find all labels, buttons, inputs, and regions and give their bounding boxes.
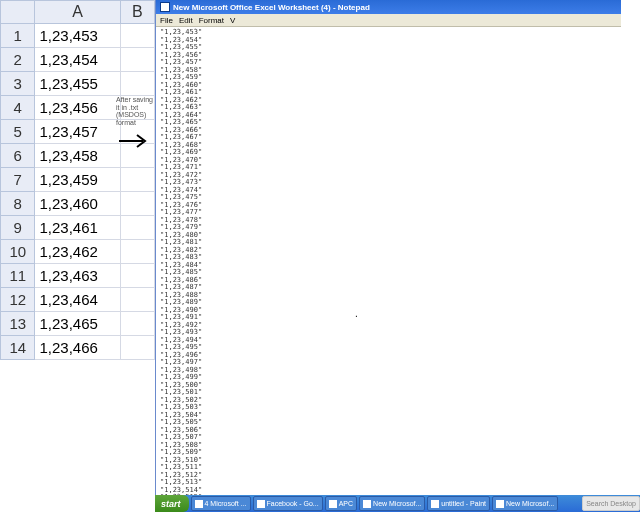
app-icon: [431, 500, 439, 508]
app-icon: [195, 500, 203, 508]
row-header[interactable]: 11: [1, 264, 35, 288]
app-icon: [329, 500, 337, 508]
excel-table[interactable]: A B 11,23,45321,23,45431,23,45541,23,456…: [0, 0, 155, 360]
cell[interactable]: [120, 336, 154, 360]
cell[interactable]: 1,23,461: [35, 216, 120, 240]
cell[interactable]: 1,23,466: [35, 336, 120, 360]
table-row: 31,23,455: [1, 72, 155, 96]
column-header-b[interactable]: B: [120, 1, 154, 24]
taskbar-item-label: Facebook - Go...: [267, 500, 319, 507]
arrow-icon: [117, 132, 151, 150]
cell[interactable]: [120, 72, 154, 96]
cell[interactable]: [120, 168, 154, 192]
row-header[interactable]: 12: [1, 288, 35, 312]
menu-edit[interactable]: Edit: [179, 16, 193, 25]
taskbar-item[interactable]: APC: [325, 496, 357, 511]
cell[interactable]: [120, 192, 154, 216]
table-row: 121,23,464: [1, 288, 155, 312]
cell[interactable]: [120, 240, 154, 264]
row-header[interactable]: 1: [1, 24, 35, 48]
taskbar-item-label: New Microsof...: [373, 500, 421, 507]
taskbar-item[interactable]: New Microsof...: [492, 496, 558, 511]
cell[interactable]: 1,23,456: [35, 96, 120, 120]
taskbar-item-label: 4 Microsoft ...: [205, 500, 247, 507]
row-header[interactable]: 3: [1, 72, 35, 96]
table-row: 131,23,465: [1, 312, 155, 336]
cell[interactable]: [120, 312, 154, 336]
table-row: 91,23,461: [1, 216, 155, 240]
row-header[interactable]: 4: [1, 96, 35, 120]
table-row: 81,23,460: [1, 192, 155, 216]
menu-file[interactable]: File: [160, 16, 173, 25]
notepad-titlebar[interactable]: New Microsoft Office Excel Worksheet (4)…: [156, 0, 621, 14]
row-header[interactable]: 7: [1, 168, 35, 192]
cell[interactable]: [120, 288, 154, 312]
excel-grid: A B 11,23,45321,23,45431,23,45541,23,456…: [0, 0, 155, 512]
table-row: 141,23,466: [1, 336, 155, 360]
cell[interactable]: 1,23,453: [35, 24, 120, 48]
taskbar-item-label: untitled - Paint: [441, 500, 486, 507]
dot-mark: .: [355, 308, 358, 319]
menu-view[interactable]: V: [230, 16, 235, 25]
table-row: 111,23,463: [1, 264, 155, 288]
menu-format[interactable]: Format: [199, 16, 224, 25]
app-icon: [363, 500, 371, 508]
table-row: 101,23,462: [1, 240, 155, 264]
taskbar-item[interactable]: New Microsof...: [359, 496, 425, 511]
cell[interactable]: 1,23,462: [35, 240, 120, 264]
cell[interactable]: [120, 264, 154, 288]
app-icon: [496, 500, 504, 508]
cell[interactable]: 1,23,460: [35, 192, 120, 216]
table-row: 71,23,459: [1, 168, 155, 192]
column-header-a[interactable]: A: [35, 1, 120, 24]
cell[interactable]: 1,23,464: [35, 288, 120, 312]
cell[interactable]: 1,23,454: [35, 48, 120, 72]
taskbar: start 4 Microsoft ...Facebook - Go...APC…: [155, 495, 640, 512]
taskbar-item[interactable]: 4 Microsoft ...: [191, 496, 251, 511]
cell[interactable]: [120, 24, 154, 48]
cell[interactable]: 1,23,457: [35, 120, 120, 144]
cell[interactable]: 1,23,463: [35, 264, 120, 288]
taskbar-item[interactable]: Facebook - Go...: [253, 496, 323, 511]
start-button[interactable]: start: [155, 495, 189, 512]
row-header[interactable]: 14: [1, 336, 35, 360]
row-header[interactable]: 10: [1, 240, 35, 264]
notepad-title-text: New Microsoft Office Excel Worksheet (4)…: [173, 3, 370, 12]
taskbar-item-label: APC: [339, 500, 353, 507]
row-header[interactable]: 6: [1, 144, 35, 168]
row-header[interactable]: 5: [1, 120, 35, 144]
cell[interactable]: 1,23,465: [35, 312, 120, 336]
start-label: start: [161, 499, 181, 509]
taskbar-item-label: New Microsof...: [506, 500, 554, 507]
row-header[interactable]: 2: [1, 48, 35, 72]
notepad-icon: [160, 2, 170, 12]
cell[interactable]: 1,23,455: [35, 72, 120, 96]
cell[interactable]: [120, 48, 154, 72]
search-desktop[interactable]: Search Desktop: [582, 496, 640, 511]
app-icon: [257, 500, 265, 508]
cell[interactable]: [120, 216, 154, 240]
notepad-window: New Microsoft Office Excel Worksheet (4)…: [155, 0, 621, 495]
cell[interactable]: 1,23,459: [35, 168, 120, 192]
select-all-corner[interactable]: [1, 1, 35, 24]
cell[interactable]: 1,23,458: [35, 144, 120, 168]
table-row: 21,23,454: [1, 48, 155, 72]
table-row: 11,23,453: [1, 24, 155, 48]
annotation-label: After saving it in .txt (MSDOS) format: [116, 96, 156, 127]
taskbar-item[interactable]: untitled - Paint: [427, 496, 490, 511]
notepad-menu: File Edit Format V: [156, 14, 621, 27]
row-header[interactable]: 8: [1, 192, 35, 216]
row-header[interactable]: 13: [1, 312, 35, 336]
row-header[interactable]: 9: [1, 216, 35, 240]
notepad-text-area[interactable]: "1,23,453" "1,23,454" "1,23,455" "1,23,4…: [156, 27, 621, 495]
